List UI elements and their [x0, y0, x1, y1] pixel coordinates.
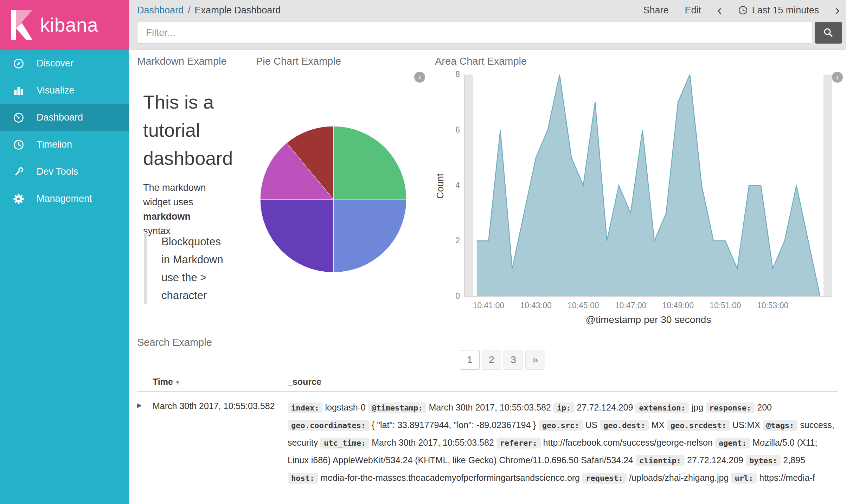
doc-source: index: logstash-0 @timestamp: March 30th… [288, 501, 838, 504]
y-axis-tick-label: 8 [430, 70, 460, 79]
field-badge: @timestamp: [368, 402, 427, 413]
dashboard-icon [13, 112, 25, 124]
table-body: ▶March 30th 2017, 10:55:03.582index: log… [137, 392, 838, 504]
breadcrumb-separator: / [188, 5, 191, 16]
x-axis-tick-label: 10:51:00 [704, 301, 746, 310]
field-badge: @tags: [763, 420, 797, 431]
doc-source: index: logstash-0 @timestamp: March 30th… [288, 399, 838, 487]
field-badge: geo.coordinates: [288, 420, 369, 431]
share-button[interactable]: Share [643, 5, 668, 16]
field-badge: ip: [553, 402, 575, 413]
field-badge: request: [582, 473, 627, 484]
markdown-blockquote: Blockquotes in Markdown use the > charac… [144, 233, 232, 304]
dev-tools-icon [13, 166, 25, 178]
management-icon [13, 193, 25, 205]
time-picker-label: Last 15 minutes [752, 5, 819, 16]
column-header-time[interactable]: Time▾ [153, 377, 288, 387]
area-panel-expand-icon[interactable]: ‹ [832, 72, 843, 83]
breadcrumb-current-page: Example Dashboard [195, 5, 281, 16]
page-button-2[interactable]: 2 [482, 350, 501, 370]
area-panel-title: Area Chart Example [435, 56, 527, 67]
field-badge: referer: [496, 438, 541, 448]
time-forward-chevron-icon[interactable]: › [835, 5, 840, 15]
x-axis-line [464, 296, 832, 297]
search-icon [823, 27, 834, 38]
y-axis-title: Count [435, 165, 446, 207]
column-header-source: _source [288, 377, 838, 387]
pie-slice-blue[interactable] [333, 199, 406, 272]
page-button-next[interactable]: » [525, 350, 545, 370]
sidebar-item-timelion[interactable]: Timelion [0, 131, 129, 158]
x-axis-tick-label: 10:49:00 [657, 301, 699, 310]
table-row: ▶March 30th 2017, 10:55:01.489index: log… [137, 494, 838, 504]
time-back-chevron-icon[interactable]: ‹ [717, 5, 722, 15]
x-axis-tick-label: 10:47:00 [609, 301, 652, 310]
x-axis-tick-label: 10:45:00 [562, 301, 604, 310]
x-axis-tick-label: 10:53:00 [752, 301, 794, 310]
pie-slice-green[interactable] [333, 126, 406, 199]
discover-icon [13, 58, 25, 70]
sidebar-item-label: Dev Tools [37, 166, 78, 177]
sidebar-item-label: Visualize [37, 85, 75, 96]
page-button-3[interactable]: 3 [504, 350, 523, 370]
sidebar-item-visualize[interactable]: Visualize [0, 77, 129, 104]
search-pagination: 1 2 3 » [460, 350, 545, 370]
field-badge: host: [288, 473, 318, 484]
sidebar-item-label: Dashboard [37, 112, 83, 123]
timelion-icon [13, 139, 25, 151]
field-badge: geo.src: [539, 420, 583, 431]
kibana-logo-text: kibana [40, 14, 98, 36]
filter-bar [129, 20, 846, 45]
header: Dashboard / Example Dashboard Share Edit… [129, 0, 846, 50]
pie-slice-purple[interactable] [260, 199, 333, 272]
sidebar-item-dashboard[interactable]: Dashboard [0, 104, 129, 131]
field-badge: index: [288, 402, 322, 413]
field-badge: response: [706, 402, 755, 413]
pie-panel-title: Pie Chart Example [256, 56, 341, 67]
field-badge: extension: [635, 402, 689, 413]
breadcrumb-dashboard-link[interactable]: Dashboard [137, 5, 184, 16]
doc-expand-caret-icon[interactable]: ▶ [137, 501, 153, 504]
doc-expand-caret-icon[interactable]: ▶ [137, 399, 153, 487]
search-panel-title: Search Example [137, 337, 212, 348]
field-badge: geo.dest: [600, 420, 649, 431]
markdown-panel-title: Markdown Example [137, 56, 227, 67]
sidebar-item-dev-tools[interactable]: Dev Tools [0, 158, 129, 185]
table-row: ▶March 30th 2017, 10:55:03.582index: log… [137, 392, 838, 494]
doc-time: March 30th 2017, 10:55:01.489 [153, 501, 288, 504]
sidebar-item-label: Timelion [37, 139, 72, 150]
topbar-actions: Share Edit ‹ Last 15 minutes › [643, 5, 840, 16]
field-badge: clientip: [636, 455, 685, 466]
sidebar-item-label: Discover [37, 58, 73, 69]
field-badge: bytes: [746, 455, 781, 466]
dashboard-content: Markdown Example Pie Chart Example Area … [129, 50, 846, 504]
table-header-row: Time▾ _source [137, 374, 838, 392]
search-results-table: Time▾ _source ▶March 30th 2017, 10:55:03… [137, 374, 838, 504]
field-badge: geo.srcdest: [667, 420, 730, 431]
sidebar-item-label: Management [37, 193, 92, 204]
visualize-icon [13, 85, 25, 97]
pie-chart[interactable] [259, 125, 407, 273]
sort-caret-icon: ▾ [176, 379, 179, 386]
filter-input[interactable] [137, 22, 812, 44]
markdown-body: The markdown widget uses markdown syntax [143, 181, 220, 238]
breadcrumb-bar: Dashboard / Example Dashboard Share Edit… [129, 0, 846, 20]
clock-icon [738, 5, 748, 15]
x-axis-title: @timestamp per 30 seconds [465, 314, 832, 325]
x-axis-tick-label: 10:41:00 [467, 301, 509, 310]
sidebar-item-discover[interactable]: Discover [0, 50, 129, 77]
doc-time: March 30th 2017, 10:55:03.582 [153, 399, 288, 487]
y-axis-tick-label: 2 [430, 236, 460, 245]
search-button[interactable] [815, 22, 842, 44]
time-picker-button[interactable]: Last 15 minutes [738, 5, 819, 16]
y-axis-tick-label: 0 [430, 291, 460, 301]
kibana-logo[interactable]: kibana [0, 0, 129, 50]
page-button-1[interactable]: 1 [460, 350, 480, 370]
edit-button[interactable]: Edit [685, 5, 701, 16]
kibana-logo-icon [8, 10, 34, 40]
area-chart[interactable] [465, 75, 832, 296]
sidebar: kibana Discover Visualize Dashboard Time… [0, 0, 129, 504]
markdown-heading: This is a tutorial dashboard [143, 88, 259, 172]
sidebar-item-management[interactable]: Management [0, 185, 129, 212]
pie-panel-expand-icon[interactable]: ‹ [414, 72, 425, 83]
